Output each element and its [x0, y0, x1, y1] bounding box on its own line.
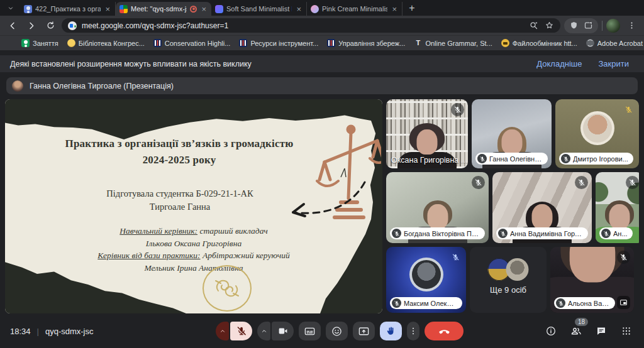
tab-favicon: [24, 5, 32, 13]
people-button[interactable]: 18: [569, 324, 584, 339]
participant-tile[interactable]: Альона Вас...: [550, 247, 634, 313]
participant-avatar: [409, 258, 443, 291]
url-text: meet.google.com/qyq-sdmx-jsc?authuser=1: [82, 21, 524, 30]
participant-tile[interactable]: Ганна Олегівна ...: [472, 99, 552, 168]
participant-name-pill: Максим Олекса...: [390, 297, 462, 309]
mic-off-icon: [622, 103, 635, 116]
picture-in-picture-icon[interactable]: [617, 296, 630, 309]
mic-button-options[interactable]: [216, 322, 229, 340]
video-grid-row: Богдана Вікторівна Пе...Анна Вадимівна Г…: [386, 172, 639, 243]
tab-favicon: [119, 5, 128, 13]
extensions-warning-banner: Деякі встановлені розширення можуть впли…: [0, 55, 644, 72]
tab-favicon: [311, 5, 319, 13]
gram-icon: T: [414, 39, 422, 47]
browser-tab[interactable]: Soft Sand Minimalist Modern T ×: [211, 2, 307, 16]
participant-tile[interactable]: Дмитро Ігорови...: [555, 99, 639, 168]
slide-subtitle-line1: Підготувала студентка Б-029-21-1-АК: [5, 187, 355, 200]
more-participants-label: Ще 9 осіб: [470, 285, 547, 295]
participant-name: Оксана Григорівна ...: [391, 156, 467, 165]
reload-icon: [46, 21, 55, 30]
bookmark-item[interactable]: Заняття: [21, 39, 58, 47]
tab-title: Pink Cream Minimalist Press Re: [322, 5, 387, 13]
profile-avatar[interactable]: [606, 19, 620, 33]
bookmark-label: Online Grammar, St...: [425, 40, 492, 47]
tab-close-icon[interactable]: ×: [104, 5, 111, 13]
tab-strip: 422_Практика з організації ко × Meet: "q…: [0, 0, 644, 16]
slide-subtitle-line2: Тиргоале Ганна: [5, 200, 355, 214]
loc-icon: [153, 39, 162, 47]
captions-button[interactable]: [299, 322, 321, 340]
presentation-slide[interactable]: Практика з організації зв’язків з громад…: [5, 99, 382, 313]
mic-off-icon: [575, 176, 588, 189]
reload-button[interactable]: [43, 18, 58, 33]
video-grid-row: Оксана Григорівна ...Ганна Олегівна ...Д…: [386, 99, 639, 168]
reactions-button[interactable]: [326, 322, 348, 340]
participant-name: Ан...: [613, 230, 628, 237]
bookmark-item[interactable]: Conservation Highli...: [153, 39, 231, 47]
participant-tile[interactable]: Максим Олекса...: [386, 247, 466, 313]
bookmark-item[interactable]: Adobe Acrobat: [586, 39, 643, 47]
back-button[interactable]: [5, 18, 20, 33]
shield-extension-icon[interactable]: [569, 21, 579, 30]
participant-tile[interactable]: Оксана Григорівна ...: [386, 99, 468, 168]
browser-tab[interactable]: 422_Практика з організації ко ×: [20, 2, 116, 16]
browser-window: 422_Практика з організації ко × Meet: "q…: [0, 0, 644, 348]
banner-learn-more-link[interactable]: Докладніше: [536, 59, 582, 68]
presenter-avatar: [12, 80, 23, 92]
clock-time: 18:34: [10, 327, 31, 336]
chat-button[interactable]: [594, 324, 609, 339]
bookmark-item[interactable]: Управління збереж...: [327, 39, 405, 47]
mic-status-icon: [601, 229, 611, 238]
participant-name-pill: Ганна Олегівна ...: [475, 153, 548, 165]
camera-button-group: [257, 322, 294, 340]
advisor-text: старший викладач: [197, 226, 268, 236]
bookmark-label: Бібліотека Конгрес...: [79, 40, 145, 47]
mic-off-icon: [617, 251, 630, 264]
banner-text: Деякі встановлені розширення можуть впли…: [10, 60, 252, 68]
participant-name-pill: Анна Вадимівна Горле...: [496, 227, 588, 239]
search-lens-icon[interactable]: [529, 21, 538, 30]
browser-menu-button[interactable]: [624, 18, 639, 33]
presenter-name: Ганна Олегівна Тиргоале (Презентація): [30, 82, 174, 90]
supervisor-name: Мельник Ірина Анатоліївна: [18, 262, 370, 275]
participant-tile[interactable]: Ан...: [596, 172, 639, 243]
chevron-down-icon: [7, 4, 14, 12]
new-tab-button[interactable]: +: [405, 1, 419, 15]
more-options-button[interactable]: [407, 322, 419, 340]
tab-close-icon[interactable]: ×: [200, 5, 208, 13]
participant-tile[interactable]: Анна Вадимівна Горле...: [492, 172, 592, 243]
camera-button-options[interactable]: [257, 322, 270, 340]
capture-extension-icon[interactable]: [584, 21, 593, 30]
banner-close-link[interactable]: Закрити: [599, 59, 629, 68]
browser-tab[interactable]: Pink Cream Minimalist Press Re ×: [307, 2, 402, 16]
advisor-name: Ількова Оксана Григорівна: [18, 237, 370, 250]
bookmark-star-icon[interactable]: [545, 21, 554, 30]
mic-off-icon: [626, 176, 639, 189]
file-icon: [501, 39, 509, 47]
bookmark-item[interactable]: Файлообмінник htt...: [501, 39, 577, 47]
meeting-details-button[interactable]: [543, 324, 558, 339]
tab-close-icon[interactable]: ×: [391, 5, 398, 13]
camera-button[interactable]: [272, 322, 294, 340]
forward-button[interactable]: [24, 18, 39, 33]
raise-hand-button[interactable]: [380, 322, 402, 340]
tab-search-button[interactable]: [4, 2, 18, 14]
address-bar[interactable]: meet.google.com/qyq-sdmx-jsc?authuser=1: [62, 18, 560, 33]
bookmark-item[interactable]: Ресурси інструмент...: [239, 39, 318, 47]
tab-close-icon[interactable]: ×: [295, 5, 303, 13]
bookmark-item[interactable]: TOnline Grammar, St...: [414, 39, 492, 47]
mic-button[interactable]: [230, 322, 252, 340]
presenter-bar[interactable]: Ганна Олегівна Тиргоале (Презентація): [6, 77, 638, 94]
browser-tab[interactable]: Meet: "qyq-sdmx-jsc" ×: [116, 2, 211, 16]
supervisor-label: Керівник від бази практики:: [97, 251, 200, 260]
activities-button[interactable]: [619, 324, 634, 339]
slide-advisors-block: Навчальний керівник: старший викладач Іл…: [18, 225, 370, 274]
participant-avatar: [580, 111, 614, 145]
participant-tile[interactable]: Богдана Вікторівна Пе...: [386, 172, 489, 243]
mic-off-icon: [451, 103, 464, 116]
end-call-button[interactable]: [425, 322, 464, 340]
participant-tile[interactable]: Ще 9 осіб: [470, 247, 547, 313]
bookmark-item[interactable]: Бібліотека Конгрес...: [67, 39, 145, 47]
present-button[interactable]: [353, 322, 375, 340]
participant-name: Альона Вас...: [568, 300, 610, 307]
